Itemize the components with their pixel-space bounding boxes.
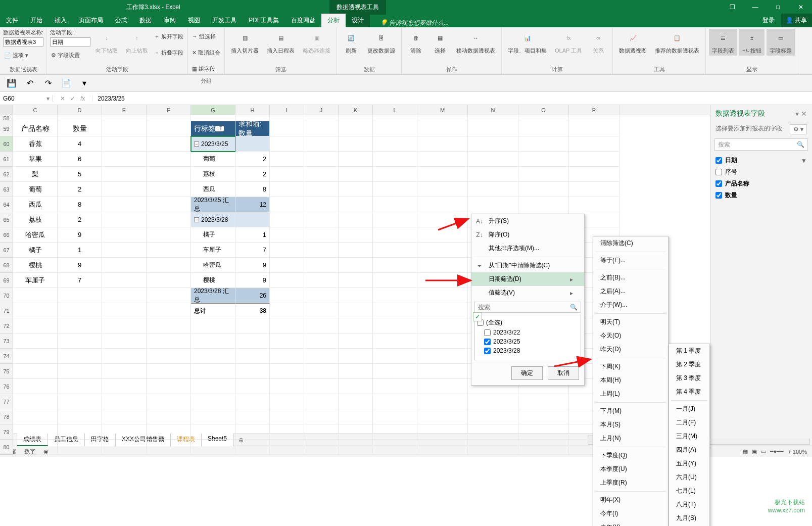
- cell[interactable]: [102, 115, 147, 121]
- pivot-name-input[interactable]: [3, 37, 43, 46]
- cell[interactable]: [270, 273, 304, 288]
- cell[interactable]: [58, 303, 102, 318]
- row-header[interactable]: 69: [0, 273, 13, 288]
- cell[interactable]: [270, 364, 304, 379]
- cell[interactable]: [102, 379, 147, 394]
- cell[interactable]: [102, 318, 147, 333]
- cell[interactable]: [417, 273, 468, 288]
- cell[interactable]: [270, 318, 304, 333]
- col-header-J[interactable]: J: [304, 105, 339, 115]
- cell[interactable]: [147, 136, 191, 152]
- cell[interactable]: [304, 152, 339, 167]
- col-header-I[interactable]: I: [270, 105, 304, 115]
- cell[interactable]: [417, 115, 468, 121]
- cell[interactable]: [147, 364, 191, 379]
- cell[interactable]: [58, 409, 102, 424]
- pivot-cell[interactable]: 2: [235, 152, 270, 167]
- pivot-chart[interactable]: 📈数据透视图: [616, 29, 650, 56]
- pivot-date-group[interactable]: −2023/3/25: [191, 136, 235, 152]
- cell[interactable]: [518, 182, 569, 197]
- cell[interactable]: [235, 333, 270, 349]
- move-pivot[interactable]: ↔移动数据透视表: [453, 29, 498, 56]
- pm-m9[interactable]: 九月(S): [669, 511, 709, 525]
- tab-analyze[interactable]: 分析: [321, 14, 346, 27]
- cell[interactable]: [102, 394, 147, 409]
- cell[interactable]: [191, 394, 235, 409]
- check-date-1[interactable]: [484, 329, 491, 336]
- cell[interactable]: [58, 364, 102, 379]
- clear-filter[interactable]: ⏷从"日期"中清除筛选(C): [471, 259, 584, 272]
- cell[interactable]: [102, 409, 147, 424]
- cell[interactable]: [468, 152, 518, 167]
- cell[interactable]: [147, 243, 191, 258]
- pivot-cell[interactable]: 26: [235, 288, 270, 303]
- field-settings[interactable]: ⚙字段设置: [50, 47, 90, 63]
- left-table-qty[interactable]: 1: [58, 243, 102, 258]
- cell[interactable]: [304, 121, 339, 136]
- funnel-icon[interactable]: ▼: [801, 157, 807, 164]
- pm-m2[interactable]: 二月(F): [669, 416, 709, 429]
- pivot-cell[interactable]: 9: [235, 258, 270, 273]
- cell[interactable]: [304, 349, 339, 364]
- cell[interactable]: [13, 379, 58, 394]
- cell[interactable]: [373, 182, 417, 197]
- cell[interactable]: [417, 394, 468, 409]
- cell[interactable]: [147, 288, 191, 303]
- cell[interactable]: [270, 212, 304, 227]
- cell[interactable]: [373, 288, 417, 303]
- cell[interactable]: [373, 318, 417, 333]
- cell[interactable]: [468, 182, 518, 197]
- sm-equals[interactable]: 等于(E)...: [593, 254, 668, 267]
- row-header[interactable]: 59: [0, 121, 13, 136]
- cell[interactable]: [468, 121, 518, 136]
- cell[interactable]: [339, 333, 373, 349]
- sm-next-month[interactable]: 下月(M): [593, 404, 668, 418]
- cell[interactable]: [417, 440, 468, 455]
- cell[interactable]: [235, 349, 270, 364]
- row-header[interactable]: 70: [0, 288, 13, 303]
- sm-this-week[interactable]: 本周(H): [593, 373, 668, 387]
- collapse-field[interactable]: －折叠字段: [153, 45, 184, 60]
- cell[interactable]: [373, 115, 417, 121]
- sm-next-week[interactable]: 下周(K): [593, 360, 668, 373]
- cell[interactable]: [147, 115, 191, 121]
- cell[interactable]: [13, 318, 58, 333]
- left-table-qty[interactable]: 5: [58, 167, 102, 182]
- cell[interactable]: [417, 182, 468, 197]
- cell[interactable]: [304, 273, 339, 288]
- cell[interactable]: [102, 349, 147, 364]
- cell[interactable]: [102, 333, 147, 349]
- cell[interactable]: [468, 136, 518, 152]
- tab-developer[interactable]: 开发工具: [206, 14, 243, 27]
- sm-before[interactable]: 之前(B)...: [593, 271, 668, 284]
- cell[interactable]: [58, 424, 102, 440]
- check-date-3[interactable]: [484, 348, 491, 354]
- cell[interactable]: [518, 394, 569, 409]
- cell[interactable]: [373, 227, 417, 243]
- cell[interactable]: [191, 379, 235, 394]
- pivot-cell[interactable]: 12: [235, 197, 270, 212]
- cell[interactable]: [569, 197, 619, 212]
- cell[interactable]: [373, 258, 417, 273]
- cell[interactable]: [373, 394, 417, 409]
- cell[interactable]: [569, 121, 619, 136]
- col-header-E[interactable]: E: [102, 105, 147, 115]
- row-header[interactable]: 64: [0, 197, 13, 212]
- cell[interactable]: [191, 115, 235, 121]
- pivot-cell[interactable]: 2023/3/28 汇总: [191, 288, 235, 303]
- close-button[interactable]: ✕: [789, 0, 812, 14]
- cell[interactable]: [518, 440, 569, 455]
- cell[interactable]: [373, 333, 417, 349]
- cell[interactable]: [304, 243, 339, 258]
- col-header-L[interactable]: L: [373, 105, 417, 115]
- cell[interactable]: [518, 424, 569, 440]
- calc-fields[interactable]: 📊字段、项目和集: [505, 29, 550, 56]
- cell[interactable]: [58, 333, 102, 349]
- cell[interactable]: [147, 318, 191, 333]
- tab-pdf[interactable]: PDF工具集: [243, 14, 285, 27]
- cell[interactable]: [102, 258, 147, 273]
- col-header-H[interactable]: H: [235, 105, 270, 115]
- date-filter[interactable]: 日期筛选(D)▸: [471, 272, 584, 286]
- refresh-button[interactable]: 🔄刷新: [340, 29, 362, 56]
- cell[interactable]: [270, 182, 304, 197]
